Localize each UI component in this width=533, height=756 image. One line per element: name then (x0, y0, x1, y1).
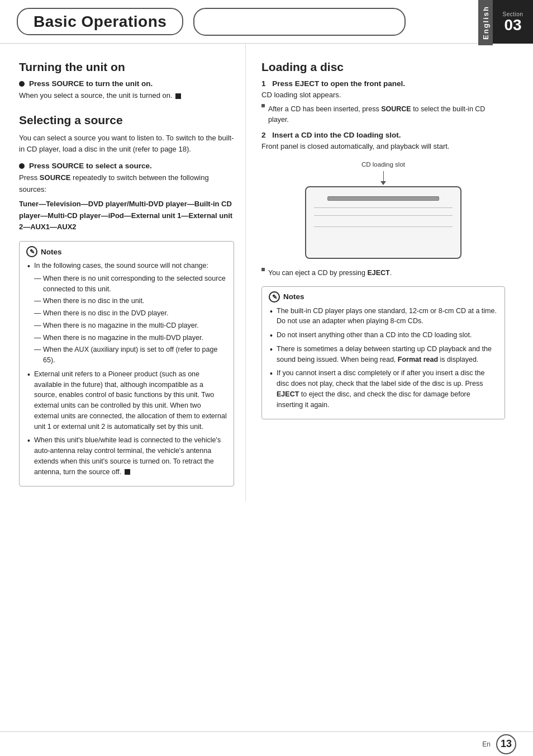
english-sidebar-label: English (478, 0, 493, 45)
footer: En 13 (0, 731, 533, 756)
notes-icon-right (269, 291, 280, 303)
step1-note: After a CD has been inserted, press SOUR… (268, 104, 505, 125)
loading-step-1: 1 Press EJECT to open the front panel. C… (261, 79, 505, 125)
step2-num: 2 (261, 131, 266, 139)
stop-icon-2 (125, 469, 130, 475)
notes-sub-item-3: When there is no disc in the DVD player. (34, 308, 227, 319)
page: Basic Operations English Section 03 Turn… (0, 0, 533, 756)
page-title: Basic Operations (34, 13, 166, 31)
loading-disc-title: Loading a disc (261, 60, 505, 74)
cd-arrow-tip (380, 181, 386, 185)
notes-sub-item-6: When the AUX (auxiliary input) is set to… (34, 344, 227, 366)
bullet-icon-2 (19, 163, 25, 169)
right-note-2: Do not insert anything other than a CD i… (269, 330, 498, 341)
step1-body: CD loading slot appears. (261, 89, 505, 101)
cd-line-3 (314, 226, 453, 227)
notes-sub-item-5: When there is no magazine in the multi-D… (34, 333, 227, 343)
section-subtitle-box (193, 8, 406, 36)
cd-line-2 (314, 215, 453, 216)
notes-item-3: When this unit's blue/white lead is conn… (26, 435, 227, 477)
eject-note: You can eject a CD by pressing EJECT. (268, 268, 392, 278)
press-source-body: Press SOURCE repeatedly to switch betwee… (19, 172, 234, 195)
step2-label: Insert a CD into the CD loading slot. (272, 131, 401, 139)
turning-on-section: Turning the unit on Press SOURCE to turn… (19, 60, 234, 101)
footer-page-number: 13 (496, 734, 516, 754)
notes-item-2: External unit refers to a Pioneer produc… (26, 369, 227, 432)
notes-list-right: The built-in CD player plays one standar… (269, 306, 498, 410)
section-number: 03 (504, 17, 521, 33)
notes-sub-item-1: When there is no unit corresponding to t… (34, 273, 227, 295)
cd-slot (327, 196, 439, 201)
top-bar: Basic Operations English Section 03 (0, 0, 533, 44)
turning-on-step-label: Press SOURCE to turn the unit on. (29, 79, 153, 88)
cd-label-row: CD loading slot (361, 161, 405, 169)
cd-slot-label: CD loading slot (361, 161, 405, 168)
selecting-source-intro: You can select a source you want to list… (19, 133, 234, 155)
step1-num: 1 (261, 79, 266, 88)
eject-note-row: You can eject a CD by pressing EJECT. (261, 268, 505, 278)
notes-sub-list-1: When there is no unit corresponding to t… (34, 273, 227, 366)
press-source-label: Press SOURCE to select a source. (29, 162, 152, 170)
bullet-icon (19, 81, 25, 87)
notes-label-right: Notes (283, 292, 304, 301)
notes-label-left: Notes (41, 248, 62, 256)
notes-list-left: In the following cases, the sound source… (26, 261, 227, 477)
right-note-3: There is sometimes a delay between start… (269, 344, 498, 365)
source-chain: Tuner—Television—DVD player/Multi-DVD pl… (19, 199, 234, 233)
step1-note-row: After a CD has been inserted, press SOUR… (261, 104, 505, 125)
right-column: Loading a disc 1 Press EJECT to open the… (246, 44, 533, 501)
stop-icon (175, 93, 181, 99)
cd-line-1 (314, 207, 453, 208)
step2-header: 2 Insert a CD into the CD loading slot. (261, 131, 505, 139)
selecting-source-section: Selecting a source You can select a sour… (19, 114, 234, 233)
right-note-1: The built-in CD player plays one standar… (269, 306, 498, 327)
footer-en-label: En (482, 740, 491, 748)
notes-header-left: Notes (26, 246, 227, 257)
notes-sub-item-2: When there is no disc in the unit. (34, 296, 227, 306)
selecting-source-title: Selecting a source (19, 114, 234, 127)
step2-body: Front panel is closed automatically, and… (261, 141, 505, 152)
notes-icon-left (26, 246, 37, 257)
cd-diagram: CD loading slot (261, 161, 505, 259)
section-badge: Section 03 (493, 0, 533, 44)
cd-unit-diagram (305, 186, 461, 259)
loading-step-2: 2 Insert a CD into the CD loading slot. … (261, 131, 505, 152)
main-content: Turning the unit on Press SOURCE to turn… (0, 44, 533, 501)
title-box: Basic Operations (17, 8, 183, 35)
notes-box-right: Notes The built-in CD player plays one s… (261, 286, 505, 420)
loading-disc-section: Loading a disc 1 Press EJECT to open the… (261, 60, 505, 278)
right-note-4: If you cannot insert a disc completely o… (269, 368, 498, 410)
press-source-heading: Press SOURCE to select a source. (19, 162, 234, 170)
notes-box-left: Notes In the following cases, the sound … (19, 241, 234, 486)
notes-item-1: In the following cases, the sound source… (26, 261, 227, 366)
sq-bullet-icon (261, 104, 265, 107)
step1-label: Press EJECT to open the front panel. (272, 79, 405, 88)
left-column: Turning the unit on Press SOURCE to turn… (0, 44, 246, 501)
notes-header-right: Notes (269, 291, 498, 303)
cd-arrow-line (383, 171, 384, 181)
notes-sub-item-4: When there is no magazine in the multi-C… (34, 320, 227, 331)
step1-header: 1 Press EJECT to open the front panel. (261, 79, 505, 88)
turning-on-title: Turning the unit on (19, 60, 234, 74)
sq-bullet-eject (261, 268, 265, 271)
cd-arrow-container (380, 171, 386, 185)
turning-on-body: When you select a source, the unit is tu… (19, 90, 234, 101)
turning-on-step: Press SOURCE to turn the unit on. (19, 79, 234, 88)
